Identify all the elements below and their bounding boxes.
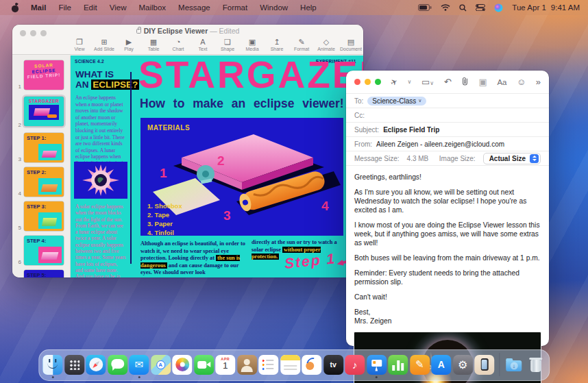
toolbar-button-table[interactable]: ▦Table (141, 38, 166, 51)
materials-item-3: 3. Paper (147, 219, 182, 228)
apple-menu-icon[interactable] (11, 3, 19, 12)
slide-thumbnail-5[interactable]: 5 STEP 3: (12, 201, 66, 231)
to-field[interactable]: To: Science-Class∨ (346, 94, 549, 108)
toolbar-button-text[interactable]: AText (191, 38, 215, 51)
from-field[interactable]: From: Aileen Zeigen - aileen.zeigen@iclo… (346, 137, 549, 151)
toolbar-button-document[interactable]: ▤Document (339, 38, 363, 51)
search-icon[interactable] (459, 4, 467, 12)
dock-item-numbers[interactable] (388, 355, 408, 375)
slide-4-preview[interactable]: STEP 2: (24, 167, 64, 197)
dock-item-keynote[interactable] (367, 355, 387, 375)
slide-thumbnail-1[interactable]: 1 SOLAR ECLIPSE FIELD TRIP! (12, 60, 66, 90)
menu-item-mail[interactable]: Mail (25, 3, 52, 12)
slide-thumbnail-6[interactable]: 6 STEP 4: (12, 236, 66, 265)
image-size-select[interactable]: Actual Size (483, 153, 541, 164)
menu-item-help[interactable]: Help (294, 3, 323, 12)
attachment-icon[interactable] (461, 77, 469, 88)
subject-field[interactable]: Subject: Eclipse Field Trip (346, 123, 549, 137)
toolbar-button-shape[interactable]: ❏Shape (215, 38, 240, 51)
toolbar-button-share[interactable]: ↥Share (265, 38, 289, 51)
cc-field[interactable]: Cc: (346, 108, 549, 123)
close-button[interactable] (354, 79, 360, 85)
menu-item-view[interactable]: View (103, 3, 133, 12)
mail-traffic-lights[interactable] (354, 79, 381, 85)
slide-thumbnail-7[interactable]: 7 STEP 5: (12, 270, 66, 277)
dock-item-maps[interactable]: A (151, 355, 171, 375)
send-options-chevron-icon[interactable]: ∨ (408, 79, 412, 85)
slide-2-preview[interactable]: STARGAZER (24, 97, 64, 126)
menu-item-edit[interactable]: Edit (77, 3, 103, 12)
dock-item-notes[interactable] (280, 355, 300, 375)
slide-navigator: 1 SOLAR ECLIPSE FIELD TRIP! 2 STARGAZER … (12, 55, 71, 277)
minimize-button[interactable] (365, 79, 371, 85)
insert-photo-icon[interactable]: ▣ (479, 77, 487, 87)
sun-illustration-panel (74, 162, 127, 199)
slide-1-preview[interactable]: SOLAR ECLIPSE FIELD TRIP! (24, 60, 64, 90)
slide-7-preview[interactable]: STEP 5: (24, 270, 64, 277)
zoom-button[interactable] (375, 79, 381, 85)
dock-item-system-settings[interactable]: ⚙ (453, 355, 473, 375)
menu-item-mailbox[interactable]: Mailbox (132, 3, 172, 12)
slide-5-preview[interactable]: STEP 3: (24, 201, 64, 231)
reply-icon[interactable]: ↶ (444, 77, 452, 87)
dock-item-calendar[interactable]: APR1 (215, 355, 235, 375)
slide-canvas[interactable]: SCIENCE 4.2 EXPERIMENT #11 WHAT IS AN EC… (71, 55, 363, 277)
eclipse-sun-icon (79, 164, 123, 197)
send-icon[interactable]: ✈ (391, 77, 397, 87)
menu-bar-clock[interactable]: Tue Apr 19:41 AM (512, 3, 580, 12)
control-center-icon[interactable] (476, 4, 485, 11)
materials-heading: MATERIALS (147, 124, 190, 132)
lock-icon (136, 29, 141, 34)
facetime-icon (194, 355, 214, 375)
slide-thumbnail-2[interactable]: 2 STARGAZER (12, 95, 66, 128)
dock-item-trash[interactable] (526, 355, 546, 375)
dock-item-contacts[interactable] (237, 355, 257, 375)
dock-item-freeform[interactable] (302, 355, 321, 375)
slide-thumbnail-4[interactable]: 4 STEP 2: (12, 167, 66, 197)
running-indicator (138, 376, 140, 378)
add-slide-icon: ⊞ (101, 38, 107, 46)
message-body[interactable]: Greetings, earthlings! As I'm sure you a… (346, 166, 549, 325)
dock-item-safari[interactable] (86, 355, 106, 375)
menu-item-message[interactable]: Message (172, 3, 217, 12)
toolbar-button-add-slide[interactable]: ⊞Add Slide (92, 38, 117, 51)
subject-value: Eclipse Field Trip (383, 126, 439, 134)
dock-item-facetime[interactable] (194, 355, 214, 375)
dock-item-reminders[interactable] (258, 355, 278, 375)
dock-item-iphone-mirroring[interactable] (474, 355, 494, 375)
dock-item-pages[interactable]: ✎ (410, 355, 430, 375)
menu-item-file[interactable]: File (52, 3, 77, 12)
wifi-icon[interactable] (441, 4, 450, 11)
slide-3-preview[interactable]: STEP 1: (24, 133, 64, 162)
dock-item-finder[interactable] (42, 355, 62, 375)
toolbar-button-animate[interactable]: ◇Animate (314, 38, 339, 51)
toolbar-button-view[interactable]: ❐View (67, 38, 92, 51)
header-fields-icon[interactable]: ▭∨ (421, 77, 434, 87)
menu-item-format[interactable]: Format (217, 3, 254, 12)
dock-item-launchpad[interactable] (64, 355, 84, 375)
dock-item-downloads[interactable] (504, 355, 524, 375)
dock-item-mail[interactable]: ✉ (129, 355, 149, 375)
battery-icon[interactable] (418, 4, 432, 11)
dock-item-messages[interactable] (108, 355, 127, 375)
toolbar-button-media[interactable]: ▣Media (240, 38, 265, 51)
dock-item-apple-tv[interactable]: tv (323, 355, 343, 375)
dock-item-photos[interactable] (172, 355, 192, 375)
format-text-icon[interactable]: Aa (497, 78, 506, 86)
toolbar-button-play[interactable]: ▶Play (117, 38, 141, 51)
siri-icon[interactable] (494, 3, 503, 12)
toolbar-button-chart[interactable]: ◔Chart (166, 38, 191, 51)
menu-item-window[interactable]: Window (254, 3, 294, 12)
notes-icon (280, 355, 300, 375)
emoji-icon[interactable]: ☺ (517, 77, 526, 87)
toolbar-button-format[interactable]: ✎Format (289, 38, 314, 51)
dock-item-app-store[interactable]: A (431, 355, 451, 375)
recipient-token[interactable]: Science-Class∨ (367, 97, 426, 106)
slide-6-preview[interactable]: STEP 4: (24, 236, 64, 265)
slide-thumbnail-3[interactable]: 3 STEP 1: (12, 133, 66, 162)
dock-divider (499, 353, 500, 376)
toolbar-overflow-chevron[interactable]: » (536, 77, 541, 87)
figure-number-4: 4 (321, 199, 329, 214)
dock-item-music[interactable]: ♪ (345, 355, 365, 375)
message-size-value: 4.3 MB (407, 155, 429, 162)
